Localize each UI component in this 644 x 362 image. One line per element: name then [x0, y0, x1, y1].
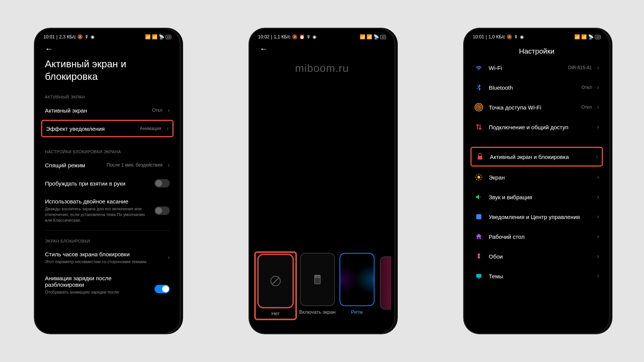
row-value: Откл [581, 85, 591, 90]
chevron-right-icon: › [168, 162, 170, 168]
notifications-icon [474, 212, 483, 221]
option-label: Нет [271, 311, 280, 316]
svg-rect-14 [476, 214, 481, 219]
signal-icon: 📶 [145, 34, 151, 40]
option-none[interactable]: Нет [256, 253, 295, 319]
row-double-tap[interactable]: Использовать двойное касание Дважды косн… [38, 193, 177, 229]
wallpaper-icon [474, 252, 483, 261]
share-icon [474, 122, 483, 132]
toggle-switch[interactable] [155, 179, 170, 187]
battery-icon: 10 [595, 35, 601, 39]
screen: 10:01 | 1,0 КБ/с 🔕 🎙 ◉ 📶 📶 📡 10 Настройк… [467, 32, 606, 330]
row-label: Уведомления и Центр управления [489, 214, 592, 220]
section-header: АКТИВНЫЙ ЭКРАН [38, 88, 177, 102]
row-clock-style[interactable]: Стиль часов экрана блокировки Этот парам… [38, 246, 177, 270]
row-subtitle: Отображать анимацию зарядки после [45, 289, 149, 295]
signal-icon: 📶 [367, 34, 372, 40]
option-wake-screen[interactable]: Включать экран [299, 253, 336, 319]
divider [45, 230, 170, 230]
row-label: Спящий режим [45, 162, 101, 168]
status-time: 10:01 [473, 34, 484, 40]
svg-line-1 [272, 278, 279, 284]
row-value: После 1 мин. бездействия [107, 162, 162, 168]
phone-mockup-2: 10:02 | 1,1 КБ/с 🔕 ⏰ 🎙 ◉ 📶 📶 📡 10 ← mibo… [250, 29, 394, 333]
signal-icon: 📶 [581, 34, 587, 40]
row-label: Активный экран и блокировка [490, 154, 591, 160]
battery-icon: 10 [380, 35, 386, 39]
row-wallpaper[interactable]: Обои › [467, 246, 606, 266]
status-bar: 10:01 | 2,3 КБ/с 🔕 🎙 ◉ 📶 📶 📡 10 [38, 32, 177, 40]
back-button[interactable]: ← [253, 40, 391, 56]
row-label: Bluetooth [489, 84, 576, 91]
row-display[interactable]: Экран › [467, 167, 606, 187]
chevron-right-icon: › [168, 107, 170, 114]
dnd-icon: 🔕 [77, 34, 83, 40]
page-title: Настройки [467, 40, 606, 58]
row-themes[interactable]: Темы › [467, 266, 606, 286]
svg-rect-16 [478, 278, 480, 279]
toggle-switch[interactable] [155, 206, 170, 215]
row-notifications[interactable]: Уведомления и Центр управления › [467, 207, 606, 227]
back-button[interactable]: ← [38, 40, 177, 56]
svg-point-2 [478, 106, 480, 108]
row-charge-animation[interactable]: Анимация зарядки после разблокировки Ото… [38, 270, 177, 300]
option-rhythm[interactable]: Ритм [340, 253, 375, 319]
svg-point-5 [477, 176, 480, 178]
mic-icon: 🎙 [84, 34, 89, 40]
chevron-right-icon: › [167, 125, 169, 132]
row-label: Точка доступа Wi-Fi [489, 104, 576, 111]
row-connection-share[interactable]: Подключение и общий доступ › [467, 117, 606, 137]
row-lock-screen[interactable]: Активный экран и блокировка › [470, 147, 603, 167]
row-label: Экран [489, 174, 592, 181]
chevron-right-icon: › [597, 64, 599, 71]
wifi-icon [474, 63, 483, 72]
section-header: ЭКРАН БЛОКИРОВКИ [38, 232, 177, 246]
row-label: Звук и вибрация [489, 194, 592, 200]
row-subtitle: Этот параметр несовместим со сторонними … [45, 259, 163, 265]
svg-line-12 [477, 179, 477, 180]
row-bluetooth[interactable]: Bluetooth Откл › [467, 78, 606, 97]
row-label: Рабочий стол [489, 233, 592, 240]
status-bar: 10:02 | 1,1 КБ/с 🔕 ⏰ 🎙 ◉ 📶 📶 📡 10 [253, 32, 391, 40]
dnd-icon: 🔕 [292, 34, 298, 40]
option-label: Включать экран [299, 309, 336, 315]
spacer [467, 137, 606, 146]
viber-icon: ◉ [312, 34, 316, 40]
row-label: Темы [489, 273, 592, 279]
row-label: Стиль часов экрана блокировки [45, 251, 163, 257]
toggle-switch[interactable] [155, 285, 170, 293]
option-partial-next[interactable] [380, 256, 391, 310]
status-separator: | [486, 34, 487, 40]
effect-options: Нет Включать экран Ритм [253, 253, 391, 319]
chevron-right-icon: › [597, 174, 599, 181]
status-separator: | [56, 34, 57, 40]
row-label: Активный экран [45, 107, 147, 114]
home-icon [474, 232, 483, 241]
wifi-icon: 📡 [373, 34, 379, 40]
phone-mockup-1: 10:01 | 2,3 КБ/с 🔕 🎙 ◉ 📶 📶 📡 10 ← Активн… [35, 29, 180, 333]
svg-line-10 [477, 175, 477, 176]
device-icon [314, 275, 320, 284]
row-sleep-mode[interactable]: Спящий режим После 1 мин. бездействия › [38, 156, 177, 174]
svg-point-3 [477, 105, 481, 110]
status-separator: | [271, 34, 272, 40]
chevron-right-icon: › [597, 104, 599, 111]
row-hotspot[interactable]: Точка доступа Wi-Fi Откл › [467, 97, 606, 117]
row-notification-effect[interactable]: Эффект уведомления Анимация › [41, 120, 174, 137]
row-active-screen[interactable]: Активный экран Откл › [38, 102, 177, 119]
svg-line-11 [481, 179, 481, 180]
hotspot-icon [474, 103, 483, 112]
viber-icon: ◉ [520, 34, 524, 40]
row-wifi[interactable]: Wi-Fi DIR-615-41 › [467, 58, 606, 78]
themes-icon [474, 272, 483, 281]
dnd-icon: 🔕 [507, 34, 512, 40]
row-home[interactable]: Рабочий стол › [467, 227, 606, 246]
brightness-icon [474, 173, 483, 182]
row-sound[interactable]: Звук и вибрация › [467, 187, 606, 207]
row-wake-on-pickup[interactable]: Пробуждать при взятии в руки [38, 174, 177, 193]
watermark-text: miboom.ru [295, 62, 349, 75]
status-bar: 10:01 | 1,0 КБ/с 🔕 🎙 ◉ 📶 📶 📡 10 [467, 32, 606, 40]
chevron-right-icon: › [597, 194, 599, 200]
row-label: Подключение и общий доступ [489, 124, 592, 130]
phone-mockup-3: 10:01 | 1,0 КБ/с 🔕 🎙 ◉ 📶 📶 📡 10 Настройк… [464, 29, 609, 333]
